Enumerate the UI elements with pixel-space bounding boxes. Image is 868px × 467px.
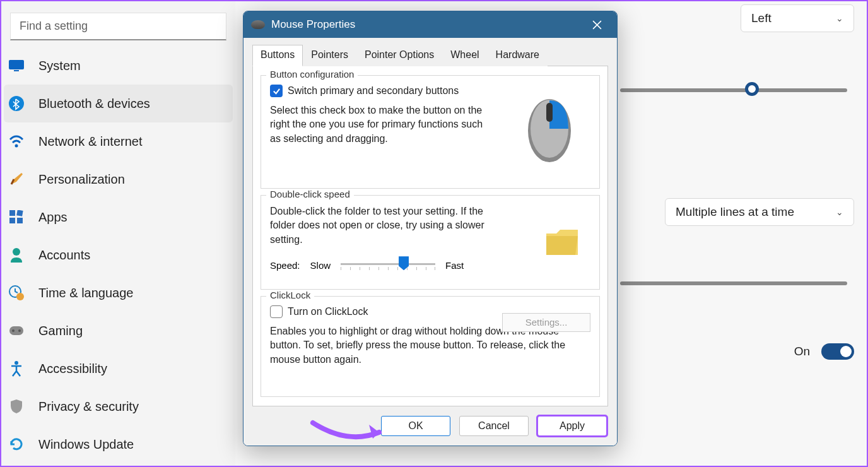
- svg-point-10: [16, 293, 24, 300]
- sidebar-item-windows-update[interactable]: Windows Update: [1, 425, 235, 463]
- group-title: Double-click speed: [266, 189, 354, 199]
- svg-rect-6: [9, 218, 15, 223]
- double-click-description: Double-click the folder to test your set…: [270, 204, 484, 247]
- sidebar-item-label: Personalization: [38, 172, 125, 187]
- svg-rect-4: [9, 210, 15, 216]
- accessibility-icon: [8, 360, 25, 377]
- svg-point-13: [18, 329, 21, 332]
- slow-label: Slow: [310, 260, 331, 271]
- svg-point-14: [15, 361, 18, 365]
- checkbox-unchecked-icon: [270, 305, 283, 318]
- tab-pane-buttons: Button configuration Switch primary and …: [252, 66, 608, 406]
- checkbox-checked-icon: [270, 85, 283, 97]
- chevron-down-icon: ⌄: [836, 13, 843, 23]
- monitor-icon: [8, 57, 25, 74]
- switch-primary-secondary-checkbox[interactable]: Switch primary and secondary buttons: [270, 85, 508, 97]
- tab-buttons[interactable]: Buttons: [252, 45, 303, 66]
- sidebar-item-label: Windows Update: [38, 437, 134, 452]
- clicklock-settings-button: Settings...: [502, 313, 590, 332]
- button-config-description: Select this check box to make the button…: [270, 103, 484, 146]
- svg-rect-7: [17, 218, 23, 223]
- ok-button[interactable]: OK: [381, 416, 450, 436]
- tab-wheel[interactable]: Wheel: [442, 45, 487, 66]
- sidebar-item-label: System: [38, 59, 81, 73]
- svg-rect-5: [16, 210, 23, 216]
- toggle-switch[interactable]: [821, 343, 854, 360]
- mouse-properties-dialog: Mouse Properties Buttons Pointers Pointe…: [243, 11, 618, 446]
- svg-rect-17: [546, 103, 553, 122]
- update-icon: [8, 436, 25, 452]
- nav-list: System Bluetooth & devices Network & int…: [1, 47, 235, 463]
- scroll-mode-dropdown[interactable]: Multiple lines at a time ⌄: [665, 198, 854, 226]
- person-icon: [8, 247, 25, 263]
- sidebar-item-label: Network & internet: [38, 134, 143, 149]
- sidebar-item-label: Apps: [38, 210, 67, 225]
- paintbrush-icon: [8, 171, 25, 187]
- scroll-inactive-toggle-row: On: [794, 343, 854, 360]
- apply-button[interactable]: Apply: [537, 416, 607, 436]
- clock-globe-icon: [8, 285, 25, 301]
- folder-icon: [544, 227, 580, 257]
- svg-rect-0: [9, 60, 24, 69]
- sidebar-item-label: Privacy & security: [38, 399, 139, 414]
- cursor-speed-slider-thumb[interactable]: [745, 82, 759, 96]
- apps-icon: [8, 209, 25, 225]
- bluetooth-icon: [8, 95, 25, 112]
- search-input[interactable]: Find a setting: [10, 13, 226, 40]
- primary-button-dropdown[interactable]: Left ⌄: [741, 4, 854, 32]
- sidebar-item-system[interactable]: System: [1, 47, 235, 85]
- svg-rect-1: [14, 70, 19, 71]
- lines-slider-track: [620, 281, 847, 285]
- dialog-tabs: Buttons Pointers Pointer Options Wheel H…: [252, 44, 608, 66]
- close-icon: [592, 20, 602, 30]
- settings-sidebar: Find a setting System Bluetooth & device…: [1, 1, 235, 466]
- group-title: Button configuration: [266, 69, 358, 80]
- cancel-button[interactable]: Cancel: [459, 416, 529, 436]
- shield-icon: [8, 398, 25, 415]
- svg-point-3: [15, 145, 18, 148]
- group-title: ClickLock: [266, 290, 314, 300]
- sidebar-item-label: Time & language: [38, 286, 133, 300]
- gamepad-icon: [8, 322, 25, 339]
- tab-pointer-options[interactable]: Pointer Options: [356, 45, 442, 66]
- tab-pointers[interactable]: Pointers: [303, 45, 356, 66]
- sidebar-item-privacy[interactable]: Privacy & security: [1, 387, 235, 425]
- svg-rect-11: [9, 326, 23, 335]
- checkbox-label: Switch primary and secondary buttons: [288, 85, 459, 97]
- dialog-titlebar[interactable]: Mouse Properties: [243, 11, 617, 38]
- svg-point-8: [13, 248, 20, 256]
- svg-point-12: [12, 329, 15, 332]
- speed-label: Speed:: [270, 260, 300, 271]
- button-configuration-group: Button configuration Switch primary and …: [261, 75, 600, 189]
- sidebar-item-accounts[interactable]: Accounts: [1, 236, 235, 274]
- dialog-title: Mouse Properties: [271, 18, 578, 31]
- sidebar-item-bluetooth[interactable]: Bluetooth & devices: [4, 85, 233, 122]
- fast-label: Fast: [445, 260, 464, 271]
- sidebar-item-time-language[interactable]: Time & language: [1, 274, 235, 312]
- sidebar-item-label: Accounts: [38, 248, 90, 263]
- tab-hardware[interactable]: Hardware: [488, 45, 548, 66]
- double-click-speed-group: Double-click speed Double-click the fold…: [261, 195, 600, 290]
- sidebar-item-label: Accessibility: [38, 362, 107, 376]
- sidebar-item-personalization[interactable]: Personalization: [1, 160, 235, 198]
- dropdown-value: Multiple lines at a time: [676, 205, 794, 219]
- sidebar-item-apps[interactable]: Apps: [1, 198, 235, 236]
- sidebar-item-network[interactable]: Network & internet: [1, 122, 235, 160]
- toggle-label: On: [794, 345, 810, 358]
- sidebar-item-accessibility[interactable]: Accessibility: [1, 350, 235, 387]
- sidebar-item-label: Bluetooth & devices: [38, 97, 150, 111]
- clicklock-group: ClickLock Turn on ClickLock Settings... …: [261, 296, 600, 397]
- double-click-speed-slider[interactable]: [341, 257, 435, 273]
- chevron-down-icon: ⌄: [836, 207, 843, 217]
- mouse-icon: [251, 20, 265, 29]
- checkbox-label: Turn on ClickLock: [288, 306, 368, 317]
- dropdown-value: Left: [751, 11, 771, 25]
- cursor-speed-slider-track: [620, 88, 847, 92]
- mouse-illustration: [508, 85, 590, 173]
- wifi-icon: [8, 133, 25, 150]
- dialog-footer: OK Cancel Apply: [243, 406, 617, 446]
- test-folder[interactable]: [534, 204, 590, 280]
- sidebar-item-gaming[interactable]: Gaming: [1, 312, 235, 350]
- close-button[interactable]: [584, 12, 609, 37]
- sidebar-item-label: Gaming: [38, 324, 83, 338]
